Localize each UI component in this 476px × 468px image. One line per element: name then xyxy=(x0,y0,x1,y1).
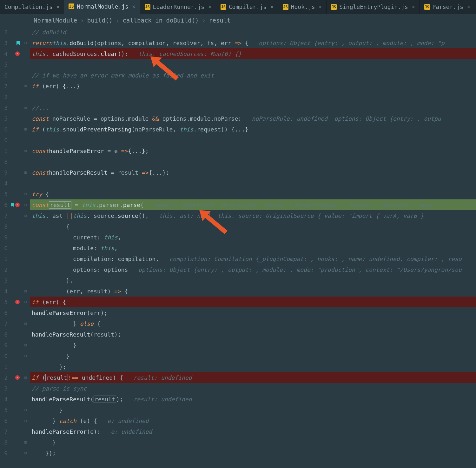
code-line[interactable]: return this.doBuild(options, compilation… xyxy=(30,37,476,48)
code-line[interactable]: } xyxy=(30,437,476,448)
breadcrumb-item[interactable]: NormalModule xyxy=(34,17,77,24)
code-line[interactable]: ); xyxy=(30,361,476,372)
fold-toggle[interactable]: ⊟ xyxy=(21,375,30,380)
code-line[interactable] xyxy=(30,91,476,102)
code-line[interactable]: handleParseError(err); xyxy=(30,307,476,318)
code-line[interactable]: const result = this.parser.parse( result… xyxy=(30,199,476,210)
breadcrumb-item[interactable]: build() xyxy=(87,17,113,24)
tab-compilation-js[interactable]: Compilation.js× xyxy=(0,0,64,14)
close-icon[interactable]: × xyxy=(319,4,322,10)
code-line[interactable]: if (err) { xyxy=(30,297,476,307)
code-line[interactable]: if (err) {...} xyxy=(30,81,476,91)
code-line[interactable]: { xyxy=(30,221,476,232)
line-number: 8 xyxy=(0,158,8,165)
close-icon[interactable]: × xyxy=(412,4,415,10)
code-line[interactable] xyxy=(30,156,476,167)
gutter-marks[interactable] xyxy=(8,300,21,304)
line-number: 6 xyxy=(0,418,8,424)
code-line[interactable]: this._ast || this._source.source(), this… xyxy=(30,210,476,221)
fold-toggle[interactable]: ⊞ xyxy=(21,148,30,153)
close-icon[interactable]: × xyxy=(270,4,274,10)
line-number: 2 xyxy=(0,94,8,100)
code-line[interactable] xyxy=(30,178,476,189)
fold-toggle[interactable]: ⊟ xyxy=(21,213,30,218)
line-number: 3 xyxy=(0,40,8,46)
code-line[interactable]: if (this.shouldPreventParsing(noParseRul… xyxy=(30,124,476,135)
fold-toggle[interactable]: ⊟ xyxy=(21,440,30,445)
code-line[interactable] xyxy=(30,135,476,145)
code-line[interactable]: } xyxy=(30,340,476,351)
line-number: 8 xyxy=(0,331,8,338)
code-editor[interactable]: 23⊟4567⊞23⊞56⊞01⊞89⊞45⊟6⊟7⊟8901234⊟5⊟67⊟… xyxy=(0,27,476,468)
code-line[interactable]: (err, result) => { xyxy=(30,286,476,297)
fold-toggle[interactable]: ⊟ xyxy=(21,407,30,412)
gutter-marks[interactable] xyxy=(8,41,21,45)
code-line[interactable]: handleParseError(e); e: undefined xyxy=(30,426,476,437)
code-line[interactable]: // if we have an error mark module as fa… xyxy=(30,70,476,81)
code-line[interactable]: } xyxy=(30,351,476,361)
tab-singleentryplugin-js[interactable]: JSSingleEntryPlugin.js× xyxy=(327,0,420,14)
fold-toggle[interactable]: ⊞ xyxy=(21,105,30,110)
fold-toggle[interactable]: ⊟ xyxy=(21,343,30,348)
code-line[interactable]: try { xyxy=(30,189,476,199)
line-number: 9 xyxy=(0,234,8,241)
bookmark-icon[interactable] xyxy=(11,203,14,207)
code-line[interactable]: }, xyxy=(30,275,476,286)
bookmark-icon[interactable] xyxy=(17,41,20,45)
tab-normalmodule-js[interactable]: JSNormalModule.js× xyxy=(64,0,140,14)
fold-toggle[interactable]: ⊟ xyxy=(21,299,30,304)
code-line[interactable]: const handleParseError = e => {...}; xyxy=(30,145,476,156)
code-line[interactable] xyxy=(30,59,476,70)
code-line[interactable]: } catch (e) { e: undefined xyxy=(30,415,476,426)
fold-toggle[interactable]: ⊟ xyxy=(21,418,30,423)
code-line[interactable]: const noParseRule = options.module && op… xyxy=(30,113,476,124)
code-line[interactable]: if (result !== undefined) { result: unde… xyxy=(30,372,476,383)
code-line[interactable]: // doBuild xyxy=(30,27,476,37)
gutter-marks[interactable] xyxy=(8,203,21,207)
close-icon[interactable]: × xyxy=(56,4,60,10)
code-line[interactable]: compilation: compilation, compilation: C… xyxy=(30,253,476,264)
fold-toggle[interactable]: ⊟ xyxy=(21,191,30,197)
breadcrumb-item[interactable]: result xyxy=(209,17,231,24)
fold-toggle[interactable]: ⊞ xyxy=(21,170,30,175)
breadcrumb-item[interactable]: callback in doBuild() xyxy=(122,17,199,24)
code-line[interactable]: handleParseResult(result); result: undef… xyxy=(30,394,476,404)
tab-hook-js[interactable]: JSHook.js× xyxy=(278,0,327,14)
tab-loaderrunner-js[interactable]: JSLoaderRunner.js× xyxy=(140,0,216,14)
tab-parser-js[interactable]: JSParser.js× xyxy=(420,0,475,14)
close-icon[interactable]: × xyxy=(467,4,470,10)
code-line[interactable]: options: options options: Object {entry:… xyxy=(30,264,476,275)
code-line[interactable]: handleParseResult(result); xyxy=(30,329,476,340)
fold-toggle[interactable]: ⊞ xyxy=(21,84,30,89)
code-line[interactable]: //... xyxy=(30,102,476,113)
code-line[interactable]: module: this, xyxy=(30,243,476,253)
code-line[interactable]: const handleParseResult = result => {...… xyxy=(30,167,476,178)
fold-toggle[interactable]: ⊟ xyxy=(21,321,30,326)
tab-label: Parser.js xyxy=(433,3,464,10)
code-line[interactable]: } else { xyxy=(30,318,476,329)
close-icon[interactable]: × xyxy=(132,3,136,10)
gutter-marks[interactable] xyxy=(8,375,21,380)
code-line[interactable]: current: this, xyxy=(30,232,476,243)
code-line[interactable]: }); xyxy=(30,448,476,458)
breakpoint-icon[interactable] xyxy=(15,375,20,380)
code-line[interactable]: this._cachedSources.clear(); this._cache… xyxy=(30,48,476,59)
code-line[interactable]: // parse is sync xyxy=(30,383,476,394)
fold-toggle[interactable]: ⊞ xyxy=(21,127,30,132)
gutter-marks[interactable] xyxy=(8,51,21,56)
tab-compiler-js[interactable]: JSCompiler.js× xyxy=(216,0,278,14)
fold-toggle[interactable]: ⊟ xyxy=(21,40,30,45)
code-line[interactable]: } xyxy=(30,404,476,415)
fold-toggle[interactable]: ⊟ xyxy=(21,289,30,294)
close-icon[interactable]: × xyxy=(208,4,211,10)
fold-toggle[interactable]: ⊟ xyxy=(21,451,30,456)
breakpoint-icon[interactable] xyxy=(15,51,20,56)
breakpoint-icon[interactable] xyxy=(15,203,20,207)
fold-toggle[interactable]: ⊟ xyxy=(21,202,30,207)
line-number: 8 xyxy=(0,439,8,446)
breakpoint-icon[interactable] xyxy=(15,300,20,304)
line-number: 1 xyxy=(0,148,8,154)
fold-toggle[interactable]: ⊟ xyxy=(21,353,30,358)
line-number: 3 xyxy=(0,277,8,284)
code-area[interactable]: // doBuild return this.doBuild(options, … xyxy=(30,27,476,468)
